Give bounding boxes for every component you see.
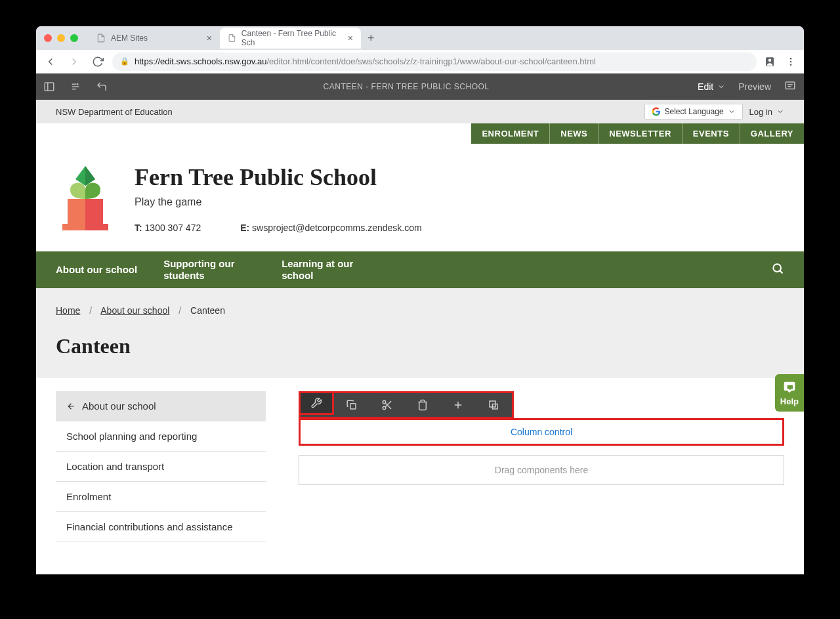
url-field[interactable]: 🔒 https://edit.sws.schools.nsw.gov.au/ed…	[112, 53, 757, 71]
nav-supporting[interactable]: Supporting our students	[163, 258, 282, 282]
svg-point-4	[790, 64, 792, 66]
tab-bar: AEM Sites × Canteen - Fern Tree Public S…	[36, 26, 804, 50]
lock-icon: 🔒	[120, 57, 129, 66]
svg-rect-5	[45, 83, 54, 91]
delete-button[interactable]	[405, 393, 440, 417]
svg-point-2	[790, 58, 792, 60]
school-logo[interactable]	[56, 163, 115, 236]
school-name: Fern Tree Public School	[135, 163, 422, 191]
new-tab-button[interactable]: +	[361, 32, 381, 45]
window-close[interactable]	[44, 34, 52, 42]
tab-label: AEM Sites	[111, 33, 148, 43]
phone: T: 1300 307 472	[135, 223, 201, 233]
configure-button[interactable]	[299, 391, 334, 415]
help-tab[interactable]: Help	[775, 374, 804, 412]
sidenav-planning[interactable]: School planning and reporting	[56, 421, 266, 452]
window-maximize[interactable]	[70, 34, 78, 42]
svg-rect-16	[85, 199, 103, 224]
quick-nav-news[interactable]: NEWS	[550, 123, 598, 144]
side-navigation: About our school School planning and rep…	[56, 391, 266, 542]
breadcrumb: Home / About our school / Canteen	[56, 305, 784, 316]
window-minimize[interactable]	[57, 34, 65, 42]
svg-point-23	[383, 406, 386, 410]
breadcrumb-current: Canteen	[190, 305, 225, 316]
breadcrumb-parent[interactable]: About our school	[100, 305, 169, 316]
nav-about[interactable]: About our school	[56, 264, 163, 276]
sidenav-enrolment[interactable]: Enrolment	[56, 482, 266, 512]
quick-nav-events[interactable]: EVENTS	[682, 123, 740, 144]
browser-window: AEM Sites × Canteen - Fern Tree Public S…	[36, 26, 804, 574]
quick-nav-newsletter[interactable]: NEWSLETTER	[598, 123, 682, 144]
chevron-down-icon	[717, 83, 725, 91]
school-info: Fern Tree Public School Play the game T:…	[135, 163, 422, 236]
aem-page-title: CANTEEN - FERN TREE PUBLIC SCHOOL	[115, 82, 698, 91]
sidenav-location[interactable]: Location and transport	[56, 452, 266, 482]
gov-bar: NSW Department of Education Select Langu…	[36, 100, 804, 123]
dept-label: NSW Department of Education	[56, 107, 173, 117]
main-column: Column control Drag components here	[299, 391, 784, 542]
traffic-lights	[44, 34, 78, 42]
content-columns: About our school School planning and rep…	[36, 378, 804, 568]
insert-button[interactable]	[440, 393, 476, 417]
page-info-icon[interactable]	[62, 74, 89, 100]
sidenav-financial[interactable]: Financial contributions and assistance	[56, 512, 266, 542]
school-tagline: Play the game	[135, 196, 422, 208]
document-icon	[96, 33, 106, 43]
profile-icon[interactable]	[762, 54, 778, 70]
arrow-left-icon	[66, 402, 75, 411]
search-icon[interactable]	[771, 262, 784, 278]
side-panel-toggle[interactable]	[36, 74, 62, 100]
email: E: swsproject@detcorpcomms.zendesk.com	[240, 223, 421, 233]
tab-canteen[interactable]: Canteen - Fern Tree Public Sch ×	[220, 28, 361, 49]
school-contacts: T: 1300 307 472 E: swsproject@detcorpcom…	[135, 223, 422, 233]
content-header-area: Home / About our school / Canteen Cantee…	[36, 288, 804, 378]
tab-aem-sites[interactable]: AEM Sites ×	[89, 28, 220, 49]
chat-icon	[782, 381, 797, 394]
quick-nav-enrolment[interactable]: ENROLMENT	[471, 123, 550, 144]
svg-rect-18	[85, 224, 108, 230]
quick-nav-wrap: ENROLMENT NEWS NEWSLETTER EVENTS GALLERY	[36, 123, 804, 144]
quick-nav-gallery[interactable]: GALLERY	[740, 123, 804, 144]
tab-close-icon[interactable]: ×	[207, 33, 212, 43]
annotate-icon[interactable]	[784, 80, 796, 94]
svg-point-1	[768, 58, 772, 62]
svg-rect-12	[786, 82, 795, 89]
aem-editor-bar: CANTEEN - FERN TREE PUBLIC SCHOOL Edit P…	[36, 74, 804, 100]
document-icon	[228, 33, 236, 43]
google-icon	[652, 107, 661, 116]
column-control-component[interactable]: Column control	[299, 418, 784, 446]
svg-rect-21	[350, 404, 356, 409]
svg-point-3	[790, 60, 792, 62]
tab-label: Canteen - Fern Tree Public Sch	[242, 29, 343, 47]
login-button[interactable]: Log in	[749, 107, 784, 117]
chevron-down-icon	[728, 108, 736, 116]
preview-button[interactable]: Preview	[738, 81, 771, 92]
undo-button[interactable]	[89, 74, 115, 100]
address-bar: 🔒 https://edit.sws.schools.nsw.gov.au/ed…	[36, 50, 804, 74]
nav-learning[interactable]: Learning at our school	[282, 258, 400, 282]
menu-icon[interactable]	[783, 54, 799, 70]
tab-close-icon[interactable]: ×	[348, 33, 353, 43]
copy-button[interactable]	[334, 393, 369, 417]
language-selector[interactable]: Select Language	[644, 104, 743, 119]
main-nav: About our school Supporting our students…	[36, 251, 804, 288]
svg-point-19	[773, 264, 781, 272]
site-header: Fern Tree Public School Play the game T:…	[36, 144, 804, 251]
page-title: Canteen	[56, 334, 784, 358]
quick-nav: ENROLMENT NEWS NEWSLETTER EVENTS GALLERY	[471, 123, 804, 144]
sidenav-about[interactable]: About our school	[56, 391, 266, 421]
chevron-down-icon	[776, 108, 784, 116]
forward-button[interactable]	[65, 53, 83, 71]
component-toolbar	[299, 391, 514, 419]
url-text: https://edit.sws.schools.nsw.gov.au/edit…	[135, 56, 596, 66]
back-button[interactable]	[41, 53, 60, 71]
svg-line-20	[780, 270, 782, 273]
cut-button[interactable]	[369, 393, 405, 417]
mode-selector[interactable]: Edit	[698, 81, 725, 92]
drop-zone[interactable]: Drag components here	[299, 455, 784, 485]
svg-point-22	[383, 400, 386, 404]
group-button[interactable]	[476, 393, 511, 417]
reload-button[interactable]	[89, 53, 107, 71]
breadcrumb-home[interactable]: Home	[56, 305, 80, 316]
